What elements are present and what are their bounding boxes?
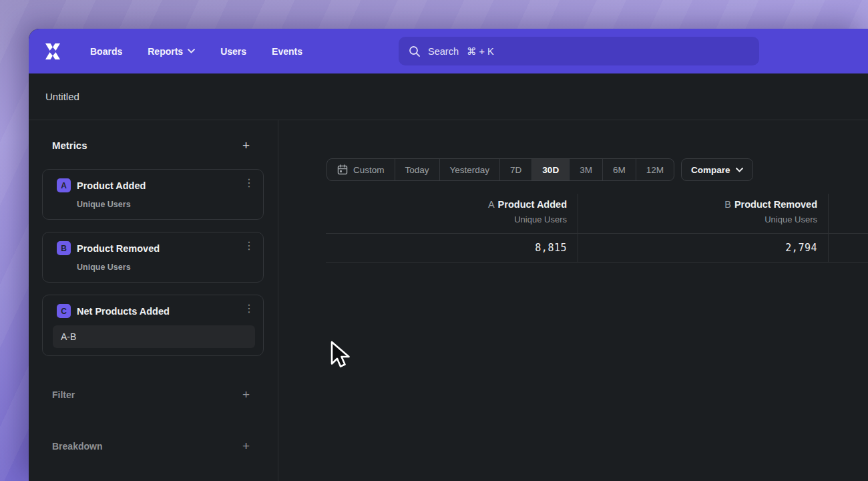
report-main-area: Custom Today Yesterday 7D 30D 3M 6M 12M … <box>278 120 868 481</box>
column-letter: B <box>724 199 731 210</box>
column-name: Product Added <box>498 199 567 210</box>
app-window: Boards Reports Users Events Search ⌘ + K… <box>29 29 868 481</box>
metric-card-b[interactable]: B Product Removed ⋮ Unique Users <box>42 232 264 283</box>
date-range-today[interactable]: Today <box>395 159 439 180</box>
metric-card-a-head: A Product Added <box>57 178 254 192</box>
metric-options-button[interactable]: ⋮ <box>244 303 254 315</box>
value-cell-overflow <box>828 234 868 262</box>
metric-letter-badge: C <box>57 304 71 318</box>
nav-item-boards[interactable]: Boards <box>90 46 122 57</box>
column-letter: A <box>488 199 495 210</box>
metric-measurement[interactable]: Unique Users <box>77 200 254 209</box>
search-placeholder: Search ⌘ + K <box>428 46 494 57</box>
date-range-custom-label: Custom <box>353 165 385 175</box>
metric-letter-badge: B <box>57 241 71 255</box>
screen: { "nav": { "items": [ { "label": "Boards… <box>0 0 868 481</box>
report-titlebar: Untitled <box>29 73 868 120</box>
metrics-title: Metrics <box>52 140 87 151</box>
value-cell-a[interactable]: 8,815 <box>326 234 578 262</box>
top-navbar: Boards Reports Users Events Search ⌘ + K <box>29 29 868 73</box>
column-subtitle: Unique Users <box>589 214 817 224</box>
breakdown-section: Breakdown + <box>52 440 250 452</box>
calendar-icon <box>337 164 348 175</box>
breakdown-label: Breakdown <box>52 441 102 452</box>
mixpanel-logo-icon[interactable] <box>42 41 63 62</box>
filter-label: Filter <box>52 389 75 400</box>
nav-item-events[interactable]: Events <box>272 46 302 57</box>
metric-options-button[interactable]: ⋮ <box>244 177 254 189</box>
metric-card-b-head: B Product Removed <box>57 241 254 255</box>
date-toolbar: Custom Today Yesterday 7D 30D 3M 6M 12M … <box>327 158 753 181</box>
metric-name: Product Removed <box>77 243 160 254</box>
search-icon <box>409 45 421 57</box>
column-header-b[interactable]: BProduct Removed Unique Users <box>578 194 828 233</box>
date-range-12m[interactable]: 12M <box>636 159 674 180</box>
results-table: AProduct Added Unique Users BProduct Rem… <box>326 194 868 263</box>
date-range-7d[interactable]: 7D <box>499 159 531 180</box>
column-subtitle: Unique Users <box>337 214 567 224</box>
chevron-down-icon <box>188 49 195 53</box>
date-range-custom[interactable]: Custom <box>327 159 395 180</box>
date-range-3m[interactable]: 3M <box>569 159 602 180</box>
metric-options-button[interactable]: ⋮ <box>244 240 254 252</box>
query-builder-sidebar: Metrics + A Product Added ⋮ Unique Users… <box>29 120 278 481</box>
metric-name: Net Products Added <box>77 306 170 317</box>
chevron-down-icon <box>736 168 743 172</box>
metric-card-c[interactable]: C Net Products Added ⋮ A-B <box>42 295 264 356</box>
column-header-a[interactable]: AProduct Added Unique Users <box>326 194 578 233</box>
date-range-6m[interactable]: 6M <box>602 159 636 180</box>
nav-item-reports-label: Reports <box>148 46 183 57</box>
value-cell-b[interactable]: 2,794 <box>578 234 828 262</box>
page-title[interactable]: Untitled <box>45 91 79 102</box>
compare-button-label: Compare <box>691 165 730 175</box>
nav-item-reports[interactable]: Reports <box>148 46 195 57</box>
metric-name: Product Added <box>77 180 146 191</box>
filter-section: Filter + <box>52 388 250 401</box>
nav-item-users[interactable]: Users <box>220 46 246 57</box>
column-header-overflow <box>828 194 868 233</box>
results-table-row: 8,815 2,794 <box>326 234 868 263</box>
metric-card-a[interactable]: A Product Added ⋮ Unique Users <box>42 169 264 220</box>
metrics-header: Metrics + <box>52 139 250 152</box>
date-range-30d-active[interactable]: 30D <box>531 159 569 180</box>
content-area: Metrics + A Product Added ⋮ Unique Users… <box>29 120 868 481</box>
date-range-segmented-control: Custom Today Yesterday 7D 30D 3M 6M 12M <box>327 158 674 181</box>
formula-input[interactable]: A-B <box>53 325 255 348</box>
search-input[interactable]: Search ⌘ + K <box>399 37 759 65</box>
search-placeholder-text: Search <box>428 46 459 57</box>
column-title: BProduct Removed <box>589 199 817 210</box>
metric-letter-badge: A <box>57 178 71 192</box>
date-range-yesterday[interactable]: Yesterday <box>439 159 500 180</box>
add-filter-button[interactable]: + <box>242 388 250 401</box>
metric-measurement[interactable]: Unique Users <box>77 263 254 272</box>
metric-card-c-head: C Net Products Added <box>57 304 254 318</box>
add-breakdown-button[interactable]: + <box>242 440 250 452</box>
column-title: AProduct Added <box>337 199 567 210</box>
column-name: Product Removed <box>734 199 817 210</box>
search-shortcut-hint: ⌘ + K <box>467 46 494 57</box>
nav-menu: Boards Reports Users Events <box>90 46 302 57</box>
add-metric-button[interactable]: + <box>242 139 250 152</box>
results-table-header: AProduct Added Unique Users BProduct Rem… <box>326 194 868 234</box>
compare-button[interactable]: Compare <box>681 158 754 181</box>
